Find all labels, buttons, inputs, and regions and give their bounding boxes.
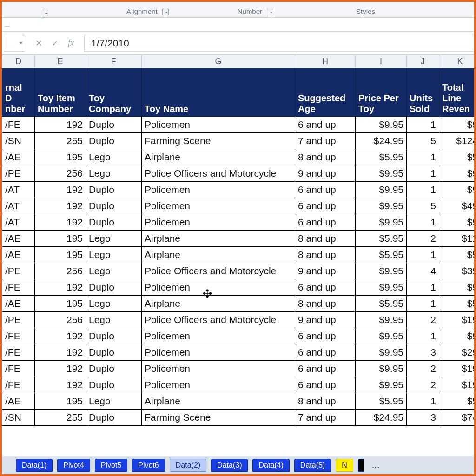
cell[interactable]: /FE bbox=[2, 117, 35, 133]
cell[interactable]: $5 bbox=[439, 296, 475, 312]
cell[interactable]: $9.95 bbox=[356, 117, 407, 133]
cell[interactable]: $19 bbox=[439, 312, 475, 328]
cell[interactable]: 6 and up bbox=[295, 182, 356, 198]
sheet-tab[interactable]: N bbox=[336, 459, 353, 472]
cell[interactable]: 256 bbox=[35, 312, 86, 328]
cell[interactable]: $9.95 bbox=[356, 198, 407, 214]
cell[interactable]: $9.95 bbox=[356, 279, 407, 296]
cell[interactable]: Police Officers and Motorcycle bbox=[142, 263, 295, 279]
cell[interactable]: $24.95 bbox=[356, 410, 407, 426]
table-row[interactable]: /AE195LegoAirplane8 and up$5.951$5 bbox=[2, 296, 475, 312]
table-row[interactable]: /FE192DuploPolicemen6 and up$9.951$9 bbox=[2, 117, 475, 133]
table-row[interactable]: /AT192DuploPolicemen6 and up$9.951$9 bbox=[2, 182, 475, 198]
sheet-tab[interactable]: Pivot5 bbox=[95, 459, 127, 472]
cell[interactable]: 2 bbox=[407, 231, 439, 247]
table-row[interactable]: /SN255DuploFarming Scene7 and up$24.955$… bbox=[2, 133, 475, 149]
cell[interactable]: /AE bbox=[2, 247, 35, 263]
th-toy-name[interactable]: Toy Name bbox=[142, 68, 295, 117]
cell[interactable]: Duplo bbox=[86, 377, 142, 393]
table-row[interactable]: /FE192DuploPolicemen6 and up$9.953$29 bbox=[2, 344, 475, 361]
cell[interactable]: $9.95 bbox=[356, 361, 407, 377]
cell[interactable]: $5 bbox=[439, 149, 475, 165]
cell[interactable]: $9 bbox=[439, 117, 475, 133]
cell[interactable]: 6 and up bbox=[295, 279, 356, 296]
dialog-launcher-icon[interactable] bbox=[267, 9, 273, 15]
expand-indicator-icon[interactable] bbox=[5, 22, 9, 27]
cell[interactable]: Duplo bbox=[86, 182, 142, 198]
cell[interactable]: /SN bbox=[2, 133, 35, 149]
cell[interactable]: 3 bbox=[407, 410, 439, 426]
cell[interactable]: 1 bbox=[407, 182, 439, 198]
name-box[interactable] bbox=[4, 35, 25, 52]
cell[interactable]: 8 and up bbox=[295, 149, 356, 165]
table-row[interactable]: /AE195LegoAirplane8 and up$5.951$5 bbox=[2, 393, 475, 410]
cell[interactable]: 8 and up bbox=[295, 296, 356, 312]
table-row[interactable]: /FE192DuploPolicemen6 and up$9.952$19 bbox=[2, 377, 475, 393]
cell[interactable]: Policemen bbox=[142, 344, 295, 361]
cell[interactable]: Duplo bbox=[86, 344, 142, 361]
cell[interactable]: 2 bbox=[407, 361, 439, 377]
cell[interactable]: $9 bbox=[439, 182, 475, 198]
cell[interactable]: 2 bbox=[407, 377, 439, 393]
cell[interactable]: $5 bbox=[439, 247, 475, 263]
column-header-row[interactable]: D E F G H I J K bbox=[2, 55, 475, 68]
cell[interactable]: Airplane bbox=[142, 231, 295, 247]
cell[interactable]: 1 bbox=[407, 393, 439, 410]
cell[interactable]: /AT bbox=[2, 214, 35, 231]
cell[interactable]: 1 bbox=[407, 296, 439, 312]
cell[interactable]: Airplane bbox=[142, 393, 295, 410]
cell[interactable]: 192 bbox=[35, 182, 86, 198]
sheet-tab[interactable]: Data(2) bbox=[170, 459, 206, 472]
cell[interactable]: Airplane bbox=[142, 149, 295, 165]
cell[interactable]: /PE bbox=[2, 165, 35, 182]
sheet-tab[interactable]: Pivot6 bbox=[132, 459, 165, 472]
cell[interactable]: 6 and up bbox=[295, 328, 356, 344]
cell[interactable]: 192 bbox=[35, 377, 86, 393]
sheet-tab[interactable]: Data(1) bbox=[16, 459, 53, 472]
cell[interactable]: /AE bbox=[2, 149, 35, 165]
cell[interactable]: Police Officers and Motorcycle bbox=[142, 165, 295, 182]
col-header[interactable]: J bbox=[407, 55, 439, 68]
cell[interactable]: 9 and up bbox=[295, 165, 356, 182]
cancel-icon[interactable]: ✕ bbox=[35, 38, 42, 48]
cell[interactable]: /FE bbox=[2, 361, 35, 377]
cell[interactable]: $9.95 bbox=[356, 344, 407, 361]
th-internal-id[interactable]: rnalDnber bbox=[2, 68, 35, 117]
cell[interactable]: Lego bbox=[86, 393, 142, 410]
cell[interactable]: 2 bbox=[407, 312, 439, 328]
cell[interactable]: /FE bbox=[2, 344, 35, 361]
cell[interactable]: 192 bbox=[35, 328, 86, 344]
cell[interactable]: Duplo bbox=[86, 198, 142, 214]
cell[interactable]: 192 bbox=[35, 361, 86, 377]
cell[interactable]: $29 bbox=[439, 344, 475, 361]
cell[interactable]: 1 bbox=[407, 328, 439, 344]
th-toy-item-number[interactable]: Toy Item Number bbox=[35, 68, 86, 117]
sheet-tab[interactable]: Pivot4 bbox=[57, 459, 90, 472]
cell[interactable]: 255 bbox=[35, 410, 86, 426]
cell[interactable]: $5 bbox=[439, 393, 475, 410]
cell[interactable]: $5.95 bbox=[356, 247, 407, 263]
cell[interactable]: 192 bbox=[35, 279, 86, 296]
col-header[interactable]: H bbox=[295, 55, 356, 68]
cell[interactable]: $24.95 bbox=[356, 133, 407, 149]
cell[interactable]: /AE bbox=[2, 393, 35, 410]
cell[interactable]: $19 bbox=[439, 361, 475, 377]
cell[interactable]: $5.95 bbox=[356, 296, 407, 312]
cell[interactable]: 1 bbox=[407, 149, 439, 165]
worksheet-grid[interactable]: D E F G H I J K rnalDnber Toy Item Numbe… bbox=[2, 55, 474, 456]
cell[interactable]: $9.95 bbox=[356, 214, 407, 231]
cell[interactable]: /FE bbox=[2, 279, 35, 296]
cell[interactable]: Police Officers and Motorcycle bbox=[142, 312, 295, 328]
cell[interactable]: 1 bbox=[407, 214, 439, 231]
cell[interactable]: Duplo bbox=[86, 117, 142, 133]
table-row[interactable]: /FE192DuploPolicemen6 and up$9.951$9 bbox=[2, 328, 475, 344]
cell[interactable]: Policemen bbox=[142, 328, 295, 344]
cell[interactable]: 7 and up bbox=[295, 133, 356, 149]
cell[interactable]: /FE bbox=[2, 377, 35, 393]
cell[interactable]: Policemen bbox=[142, 361, 295, 377]
cell[interactable]: 6 and up bbox=[295, 117, 356, 133]
cell[interactable]: Lego bbox=[86, 231, 142, 247]
cell[interactable]: $9.95 bbox=[356, 328, 407, 344]
cell[interactable]: 6 and up bbox=[295, 198, 356, 214]
cell[interactable]: $9.95 bbox=[356, 312, 407, 328]
